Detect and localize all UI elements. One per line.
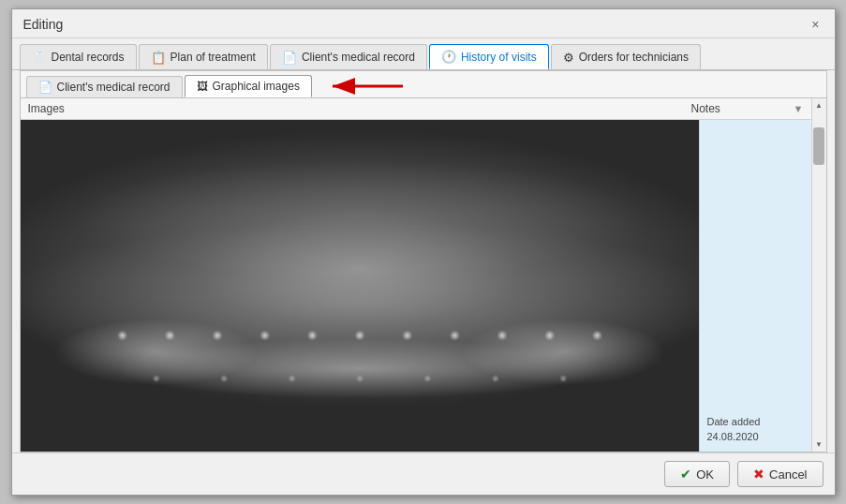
filter-icon[interactable]: ▼	[794, 103, 804, 114]
cancel-label: Cancel	[769, 467, 807, 482]
tab-medical-record-label: Client's medical record	[302, 51, 415, 64]
tab-orders-technicians[interactable]: ⚙ Orders for technicians	[551, 44, 701, 69]
plan-treatment-icon: 📋	[151, 51, 166, 65]
table-body: ▶ Date added 24.08.2020	[21, 120, 811, 452]
dental-records-icon: 🦷	[32, 51, 47, 65]
sub-tab-graphical-images[interactable]: 🖼 Graphical images	[185, 75, 312, 97]
tab-orders-technicians-label: Orders for technicians	[579, 51, 689, 64]
sub-tab-clients-medical-record[interactable]: 📄 Client's medical record	[26, 76, 183, 97]
tab-history-visits-label: History of visits	[461, 51, 537, 64]
ok-label: OK	[696, 467, 714, 482]
tab-dental-records-label: Dental records	[52, 51, 125, 64]
dialog-footer: ✔ OK ✖ Cancel	[12, 452, 835, 495]
history-visits-icon: 🕐	[441, 50, 456, 64]
dialog-title: Editing	[23, 17, 64, 32]
notes-cell: Date added 24.08.2020	[699, 120, 811, 452]
xray-image-cell[interactable]: ▶	[21, 120, 699, 452]
tab-plan-treatment[interactable]: 📋 Plan of treatment	[139, 44, 268, 69]
sub-tab-bar: 📄 Client's medical record 🖼 Graphical im…	[21, 71, 826, 98]
tab-dental-records[interactable]: 🦷 Dental records	[20, 44, 137, 69]
medical-record-icon: 📄	[282, 51, 297, 65]
content-area: 📄 Client's medical record 🖼 Graphical im…	[20, 70, 827, 452]
scroll-up-arrow[interactable]: ▲	[812, 98, 825, 112]
table-area: Images Notes ▼ ▶ Dat	[21, 98, 826, 452]
xray-image	[21, 120, 699, 452]
table-header: Images Notes ▼	[21, 98, 811, 120]
col-notes-header: Notes ▼	[691, 102, 804, 115]
sub-tab-graphical-icon: 🖼	[197, 80, 208, 93]
sub-tab-graphical-label: Graphical images	[213, 80, 300, 93]
table-container: Images Notes ▼ ▶ Dat	[21, 98, 811, 452]
date-added-value: 24.08.2020	[707, 431, 759, 442]
tab-medical-record[interactable]: 📄 Client's medical record	[270, 44, 427, 69]
sub-tab-medical-label: Client's medical record	[57, 81, 171, 94]
date-added-label: Date added 24.08.2020	[707, 415, 804, 444]
title-bar: Editing ×	[12, 9, 835, 38]
tab-plan-treatment-label: Plan of treatment	[171, 51, 256, 64]
close-button[interactable]: ×	[808, 18, 823, 31]
cancel-button[interactable]: ✖ Cancel	[737, 461, 823, 487]
scrollbar[interactable]: ▲ ▼	[811, 98, 826, 452]
main-tab-bar: 🦷 Dental records 📋 Plan of treatment 📄 C…	[12, 38, 835, 70]
scroll-thumb[interactable]	[813, 127, 824, 165]
red-arrow-icon	[323, 75, 408, 97]
orders-technicians-icon: ⚙	[563, 51, 574, 65]
ok-button[interactable]: ✔ OK	[664, 461, 730, 487]
cancel-icon: ✖	[753, 467, 764, 482]
tab-history-visits[interactable]: 🕐 History of visits	[429, 44, 549, 69]
editing-dialog: Editing × 🦷 Dental records 📋 Plan of tre…	[11, 8, 836, 496]
arrow-indicator	[323, 75, 408, 97]
scroll-down-arrow[interactable]: ▼	[812, 437, 825, 452]
ok-icon: ✔	[680, 467, 691, 482]
col-images-header: Images	[28, 102, 691, 115]
sub-tab-medical-icon: 📄	[38, 81, 52, 94]
